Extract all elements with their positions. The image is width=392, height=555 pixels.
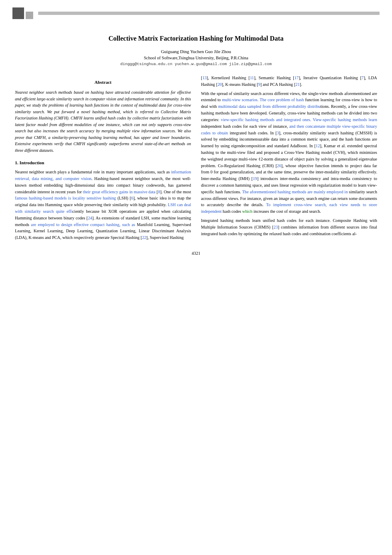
page: Collective Matrix Factorization Hashing … [0, 0, 392, 555]
intro-para-2: With the spread of similarity search acr… [201, 90, 377, 215]
logo-dark-square [12, 7, 24, 19]
header-line [38, 12, 380, 15]
intro-para-3: Integrated hashing methods learn unified… [201, 217, 377, 237]
affiliation: School of Software,Tsinghua University, … [15, 56, 377, 60]
intro-para-refs: [13], Kernelized Hashing [11], Semantic … [201, 75, 377, 88]
header-bar [0, 0, 392, 23]
emails: dinggg@tsinghua.edu.cn yuchen.w.guo@gmai… [15, 62, 377, 66]
logo [12, 7, 33, 19]
authors: Guiguang Ding Yuchen Guo Jile Zhou [15, 49, 377, 54]
abstract-heading: Abstract [15, 79, 191, 86]
section1-heading: 1. Introduction [15, 159, 191, 166]
page-number: 4321 [15, 251, 377, 263]
intro-para-1: Nearest neighbor search plays a fundamen… [15, 169, 191, 241]
left-column: Abstract Nearest neighbor search methods… [15, 75, 191, 243]
content-area: Collective Matrix Factorization Hashing … [0, 35, 392, 263]
two-column-layout: Abstract Nearest neighbor search methods… [15, 75, 377, 243]
logo-light-square [26, 12, 33, 19]
right-column: [13], Kernelized Hashing [11], Semantic … [201, 75, 377, 243]
abstract-text: Nearest neighbor search methods based on… [15, 89, 191, 153]
paper-title: Collective Matrix Factorization Hashing … [15, 35, 377, 42]
